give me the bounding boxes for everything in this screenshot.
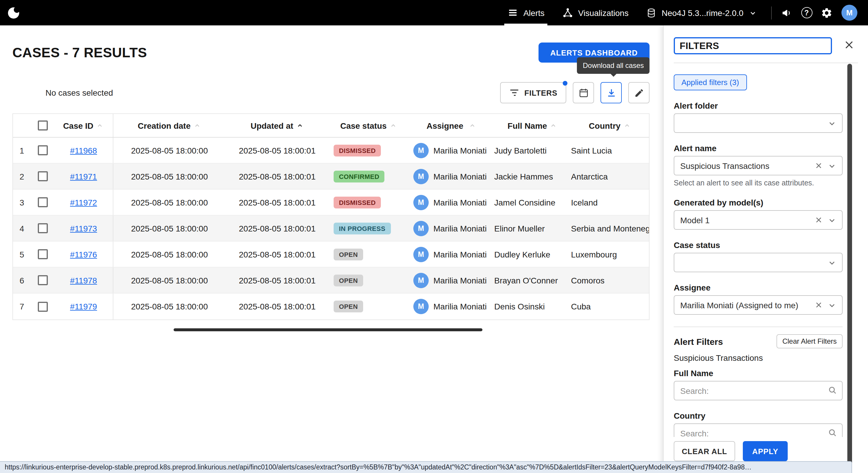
case-id-link[interactable]: #11968	[70, 146, 97, 155]
assignee-value: Marilia Moniati (Assigned to me)	[680, 300, 798, 310]
status-badge: OPEN	[334, 301, 363, 312]
table-row[interactable]: 3 #11972 2025-08-05 18:00:00 2025-08-05 …	[13, 190, 649, 216]
download-button[interactable]	[600, 82, 622, 103]
sort-asc-icon	[389, 121, 397, 130]
case-id-link[interactable]: #11976	[70, 250, 97, 259]
date-filter-button[interactable]	[573, 82, 594, 103]
full-name-search-input[interactable]	[674, 381, 843, 400]
clear-all-button[interactable]: CLEAR ALL	[674, 441, 735, 461]
table-row[interactable]: 1 #11968 2025-08-05 18:00:00 2025-08-05 …	[13, 137, 649, 164]
datasource-selector[interactable]: Neo4J 5.3...rime-2.0.0	[638, 0, 767, 25]
alert-name-helper: Select an alert to see all its case attr…	[674, 179, 843, 187]
column-header-case-status[interactable]: Case status	[329, 114, 409, 137]
case-id-link[interactable]: #11973	[70, 223, 97, 233]
creation-date-cell: 2025-08-05 18:00:00	[113, 293, 225, 319]
applied-filters-chip[interactable]: Applied filters (3)	[674, 74, 747, 90]
full-name-cell: Dudley Kerluke	[494, 242, 571, 267]
select-all-checkbox[interactable]	[37, 121, 48, 130]
network-icon	[562, 7, 574, 18]
alert-folder-select[interactable]	[674, 114, 843, 133]
clear-icon[interactable]	[814, 301, 823, 309]
updated-at-cell: 2025-08-05 18:00:01	[225, 267, 329, 293]
page-title: CASES - 7 RESULTS	[12, 44, 147, 61]
table-row[interactable]: 6 #11978 2025-08-05 18:00:00 2025-08-05 …	[13, 267, 649, 293]
horizontal-scrollbar[interactable]	[174, 328, 483, 331]
status-url: https://linkurious-enterprise-develop-st…	[5, 464, 752, 471]
clear-icon[interactable]	[814, 216, 823, 224]
status-badge: OPEN	[334, 274, 363, 286]
assignee-name: Marilia Moniati	[433, 302, 487, 311]
row-checkbox[interactable]	[37, 223, 48, 233]
generated-by-label: Generated by model(s)	[674, 198, 843, 207]
assignee-avatar: M	[413, 273, 429, 288]
filters-panel-title: FILTERS	[674, 37, 832, 54]
row-checkbox[interactable]	[37, 145, 48, 155]
row-checkbox[interactable]	[37, 302, 48, 312]
help-button[interactable]: ?	[797, 3, 817, 23]
close-icon	[843, 39, 855, 51]
app: Alerts Visualizations Neo4J 5.3...rime-2…	[0, 0, 868, 473]
table-row[interactable]: 4 #11973 2025-08-05 18:00:00 2025-08-05 …	[13, 216, 649, 242]
chevron-down-icon	[827, 160, 837, 171]
country-cell: Comoros	[571, 267, 649, 293]
announcement-icon	[781, 7, 793, 19]
nav-visualizations[interactable]: Visualizations	[553, 0, 638, 25]
cases-main: CASES - 7 RESULTS ALERTS DASHBOARD Downl…	[0, 25, 663, 473]
close-filters-button[interactable]	[842, 38, 856, 52]
table-row[interactable]: 2 #11971 2025-08-05 18:00:00 2025-08-05 …	[13, 164, 649, 190]
settings-button[interactable]	[817, 3, 837, 23]
creation-date-cell: 2025-08-05 18:00:00	[113, 242, 225, 267]
row-checkbox[interactable]	[37, 249, 48, 259]
help-icon: ?	[801, 7, 812, 18]
row-checkbox[interactable]	[37, 197, 48, 207]
creation-date-cell: 2025-08-05 18:00:00	[113, 137, 225, 163]
status-badge: OPEN	[334, 248, 363, 260]
user-avatar[interactable]: M	[841, 5, 857, 21]
download-icon	[606, 87, 617, 98]
announcements-button[interactable]	[776, 3, 797, 23]
status-badge: CONFIRMED	[334, 170, 385, 182]
country-cell: Cuba	[571, 293, 649, 319]
clear-alert-filters-button[interactable]: Clear Alert Filters	[776, 334, 843, 348]
column-header-creation-date[interactable]: Creation date	[113, 114, 225, 137]
case-id-link[interactable]: #11971	[70, 171, 97, 181]
column-header-country[interactable]: Country	[571, 114, 649, 137]
country-cell: Saint Lucia	[571, 137, 649, 163]
row-index: 7	[13, 293, 31, 319]
column-header-full-name[interactable]: Full Name	[494, 114, 571, 137]
case-id-link[interactable]: #11978	[70, 276, 97, 285]
country-search-input[interactable]	[674, 423, 843, 437]
generated-by-select[interactable]: Model 1	[674, 210, 843, 230]
status-bar: https://linkurious-enterprise-develop-st…	[0, 461, 852, 473]
nav-visualizations-label: Visualizations	[578, 8, 628, 18]
datasource-label: Neo4J 5.3...rime-2.0.0	[662, 8, 743, 18]
panel-scrollbar[interactable]	[847, 64, 852, 465]
topbar: Alerts Visualizations Neo4J 5.3...rime-2…	[0, 0, 868, 25]
column-header-updated-at[interactable]: Updated at	[225, 114, 329, 137]
table-row[interactable]: 7 #11979 2025-08-05 18:00:00 2025-08-05 …	[13, 293, 649, 319]
nav-alerts[interactable]: Alerts	[499, 0, 554, 25]
row-checkbox[interactable]	[37, 275, 48, 285]
assignee-name: Marilia Moniati	[433, 197, 487, 207]
country-cell: Iceland	[571, 190, 649, 215]
column-header-case-id[interactable]: Case ID	[54, 114, 113, 137]
updated-at-cell: 2025-08-05 18:00:01	[225, 137, 329, 163]
edit-icon	[634, 88, 644, 98]
chevron-down-icon	[827, 257, 837, 268]
edit-button[interactable]	[628, 82, 650, 103]
database-icon	[646, 7, 657, 18]
assignee-select[interactable]: Marilia Moniati (Assigned to me)	[674, 295, 843, 315]
case-id-link[interactable]: #11972	[70, 197, 97, 207]
linkurious-logo[interactable]	[7, 6, 21, 20]
clear-icon[interactable]	[814, 161, 823, 170]
case-id-link[interactable]: #11979	[70, 302, 97, 311]
row-index: 1	[13, 137, 31, 163]
alert-name-select[interactable]: Suspicious Transactions	[674, 156, 843, 176]
case-status-select[interactable]	[674, 253, 843, 272]
table-row[interactable]: 5 #11976 2025-08-05 18:00:00 2025-08-05 …	[13, 242, 649, 267]
sort-asc-icon	[96, 121, 104, 130]
row-checkbox[interactable]	[37, 171, 48, 181]
apply-button[interactable]: APPLY	[743, 441, 788, 461]
column-header-assignee[interactable]: Assignee	[409, 114, 494, 137]
filters-button[interactable]: FILTERS	[500, 82, 566, 103]
